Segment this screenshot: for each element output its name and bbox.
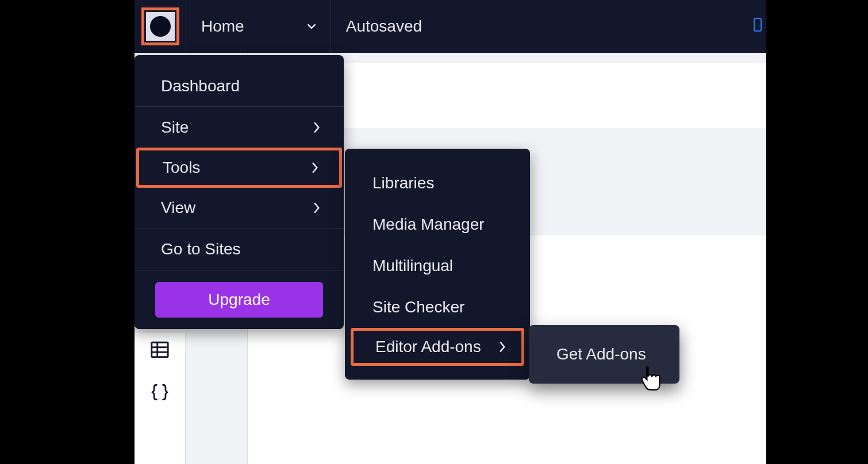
menu-item-label: Tools (163, 158, 200, 177)
submenu-item-media-manager[interactable]: Media Manager (345, 204, 530, 245)
submenu-item-label: Editor Add-ons (375, 338, 481, 356)
chevron-right-icon (313, 203, 321, 213)
menu-item-view[interactable]: View (135, 187, 344, 229)
submenu-item-label: Media Manager (372, 215, 485, 234)
rail-divider (185, 333, 186, 464)
page-selector-label: Home (201, 17, 244, 36)
menu-item-site[interactable]: Site (135, 107, 344, 148)
submenu-item-libraries[interactable]: Libraries (345, 163, 530, 204)
chevron-down-icon (308, 22, 316, 30)
svg-rect-0 (754, 18, 761, 31)
tools-submenu: Libraries Media Manager Multilingual Sit… (345, 149, 530, 380)
menu-item-label: View (161, 199, 195, 217)
cursor-pointer-icon (640, 366, 661, 391)
upgrade-button[interactable]: Upgrade (155, 282, 323, 318)
page-selector[interactable]: Home (186, 0, 331, 53)
menu-item-label: Dashboard (161, 77, 240, 95)
autosave-status: Autosaved (331, 17, 754, 36)
submenu-item-label: Get Add-ons (556, 345, 646, 364)
upgrade-section: Upgrade (135, 270, 344, 318)
logo-icon (146, 12, 175, 41)
submenu-item-multilingual[interactable]: Multilingual (345, 245, 530, 287)
top-bar: Home Autosaved (135, 0, 766, 53)
menu-item-go-to-sites[interactable]: Go to Sites (135, 229, 344, 270)
table-icon[interactable] (150, 340, 170, 359)
top-bar-right-icon[interactable] (754, 16, 766, 37)
submenu-item-label: Libraries (372, 174, 434, 192)
logo-highlight-box (141, 7, 179, 45)
tool-rail (135, 333, 185, 464)
menu-item-label: Go to Sites (161, 240, 241, 258)
submenu-item-label: Multilingual (372, 257, 453, 275)
menu-item-label: Site (161, 118, 189, 137)
main-menu: Dashboard Site Tools View Go to Sites Up… (135, 55, 344, 329)
autosave-label: Autosaved (346, 17, 422, 35)
logo-circle-icon (150, 16, 171, 37)
chevron-right-icon (498, 342, 506, 352)
submenu-item-label: Site Checker (372, 298, 464, 316)
menu-item-tools[interactable]: Tools (136, 148, 342, 188)
logo-cell[interactable] (135, 0, 186, 53)
submenu-item-editor-addons[interactable]: Editor Add-ons (351, 328, 524, 366)
chevron-right-icon (313, 122, 321, 133)
menu-item-dashboard[interactable]: Dashboard (135, 65, 344, 107)
braces-icon[interactable] (150, 382, 170, 402)
svg-rect-1 (152, 342, 168, 357)
chevron-right-icon (311, 163, 319, 173)
submenu-item-site-checker[interactable]: Site Checker (345, 287, 530, 328)
